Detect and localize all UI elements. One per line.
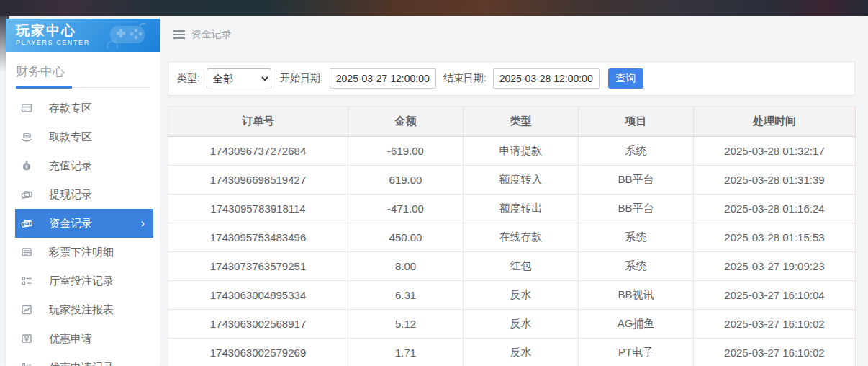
page-title: 资金记录 [191, 28, 232, 41]
table-header-row: 订单号金额类型项目处理时间 [168, 107, 856, 137]
search-button[interactable]: 查询 [608, 68, 643, 89]
sidebar-item-withdraw[interactable]: 取款专区 [15, 122, 153, 151]
table-cell: BB视讯 [579, 281, 694, 310]
table-row: 1743096698519427619.00额度转入BB平台2025-03-28… [168, 166, 856, 195]
table-cell: 1743073763579251 [168, 252, 348, 281]
table-row: 17430630025689175.12反水AG捕鱼2025-03-27 16:… [168, 310, 856, 339]
table-row: 1743095783918114-471.00额度转出BB平台2025-03-2… [168, 195, 856, 223]
end-date-input[interactable] [493, 68, 600, 89]
table-cell: 2025-03-27 16:10:02 [694, 339, 856, 366]
gamepad-icon [96, 22, 154, 52]
sidebar-item-hall-bet-record[interactable]: 厅室投注记录 [15, 267, 153, 295]
sidebar-item-label: 存款专区 [49, 102, 92, 115]
table-cell: 6.31 [348, 281, 464, 310]
type-label: 类型: [177, 72, 200, 85]
table-cell: 1743096698519427 [168, 166, 348, 195]
table-cell: -471.00 [348, 195, 464, 223]
sidebar-header: 玩家中心 PLAYERS CENTER [6, 19, 160, 52]
sidebar-item-withdrawal-record[interactable]: 提现记录 [15, 180, 153, 209]
table-cell: 1743063002579269 [168, 339, 348, 366]
promo-record-icon [21, 362, 32, 366]
player-bet-report-icon [21, 304, 32, 316]
sidebar-item-label: 优惠申请 [49, 332, 92, 346]
table-cell: 2025-03-28 01:32:17 [694, 137, 856, 166]
table-cell: 2025-03-27 19:09:23 [694, 252, 856, 281]
table-cell: 系统 [579, 223, 694, 252]
recharge-record-icon [21, 160, 32, 171]
table-cell: 反水 [464, 339, 579, 366]
sidebar-item-recharge-record[interactable]: 充值记录 [15, 151, 153, 180]
table-cell: 2025-03-27 16:10:04 [694, 281, 856, 310]
promo-apply-icon [21, 333, 32, 344]
table-cell: 申请提款 [464, 137, 579, 166]
table-cell: 1743063002568917 [168, 310, 348, 339]
table-cell: 系统 [579, 252, 694, 281]
end-date-label: 结束日期: [443, 72, 487, 85]
sidebar-item-lottery-detail[interactable]: 彩票下注明细 [15, 238, 153, 267]
lottery-detail-icon [21, 246, 32, 258]
sidebar-item-label: 资金记录 [49, 217, 92, 231]
table-cell: 反水 [464, 310, 579, 339]
column-header: 项目 [579, 107, 694, 137]
table-cell: 系统 [579, 137, 694, 166]
filter-panel: 类型: 全部 开始日期: 结束日期: 查询 [168, 61, 855, 96]
start-date-input[interactable] [330, 68, 436, 89]
breadcrumb: 资金记录 [173, 28, 232, 41]
table-cell: 1743063004895334 [168, 281, 348, 310]
table-cell: 8.00 [348, 252, 464, 281]
hall-bet-record-icon [21, 275, 32, 287]
table-cell: 5.12 [348, 310, 464, 339]
sidebar-item-promo-record[interactable]: 优惠申请记录 [15, 353, 153, 366]
table-cell: PT电子 [579, 339, 694, 366]
funds-record-icon [21, 218, 32, 229]
sidebar-item-label: 提现记录 [49, 188, 92, 202]
table-cell: 1743095753483496 [168, 223, 348, 252]
top-banner [0, 0, 868, 16]
table-body: 1743096737272684-619.00申请提款系统2025-03-28 … [168, 137, 856, 366]
sidebar-item-label: 取款专区 [49, 130, 92, 144]
sidebar-item-player-bet-report[interactable]: 玩家投注报表 [15, 295, 153, 324]
table-cell: 2025-03-28 01:31:39 [694, 166, 856, 195]
type-select[interactable]: 全部 [207, 68, 271, 89]
table-cell: 2025-03-27 16:10:02 [694, 310, 856, 339]
column-header: 订单号 [168, 107, 348, 137]
sidebar-item-promo-apply[interactable]: 优惠申请 [15, 324, 153, 353]
sidebar-item-label: 厅室投注记录 [49, 274, 114, 288]
column-header: 金额 [348, 107, 464, 137]
table-cell: 红包 [464, 252, 579, 281]
table-cell: 1.71 [348, 339, 464, 366]
table-row: 17430630048953346.31反水BB视讯2025-03-27 16:… [168, 281, 856, 310]
column-header: 类型 [464, 107, 579, 137]
table-cell: 1743096737272684 [168, 137, 348, 166]
table-row: 1743096737272684-619.00申请提款系统2025-03-28 … [168, 137, 856, 166]
table-cell: 额度转出 [464, 195, 579, 223]
funds-record-table: 订单号金额类型项目处理时间 1743096737272684-619.00申请提… [168, 106, 855, 366]
table-cell: BB平台 [579, 195, 694, 223]
chevron-right-icon: › [141, 218, 145, 229]
sidebar-item-label: 彩票下注明细 [49, 246, 114, 259]
withdrawal-record-icon [21, 189, 32, 200]
table-cell: 在线存款 [464, 223, 579, 252]
table-cell: AG捕鱼 [579, 310, 694, 339]
sidebar-section-title: 财务中心 [16, 63, 150, 80]
sidebar-item-label: 玩家投注报表 [49, 303, 114, 317]
table-cell: 反水 [464, 281, 579, 310]
column-header: 处理时间 [694, 107, 856, 137]
table-cell: -619.00 [348, 137, 464, 166]
sidebar-item-deposit[interactable]: 存款专区 [15, 94, 153, 122]
table-row: 17430737635792518.00红包系统2025-03-27 19:09… [168, 252, 856, 281]
table-cell: BB平台 [579, 166, 694, 195]
table-cell: 2025-03-28 01:16:24 [694, 195, 856, 223]
table-cell: 额度转入 [464, 166, 579, 195]
menu-toggle-icon[interactable] [173, 28, 185, 41]
sidebar-item-funds-record[interactable]: 资金记录› [15, 209, 153, 238]
deposit-icon [21, 102, 32, 114]
table-cell: 1743095783918114 [168, 195, 348, 223]
table-cell: 2025-03-28 01:15:53 [694, 223, 856, 252]
sidebar: 玩家中心 PLAYERS CENTER 财务中心 存款专区取款专区充值记录提现记… [6, 19, 160, 366]
sidebar-item-label: 优惠申请记录 [49, 361, 114, 366]
sidebar-item-label: 充值记录 [49, 159, 92, 173]
section-underline [16, 86, 150, 89]
table-cell: 450.00 [348, 223, 464, 252]
withdraw-icon [21, 131, 32, 143]
